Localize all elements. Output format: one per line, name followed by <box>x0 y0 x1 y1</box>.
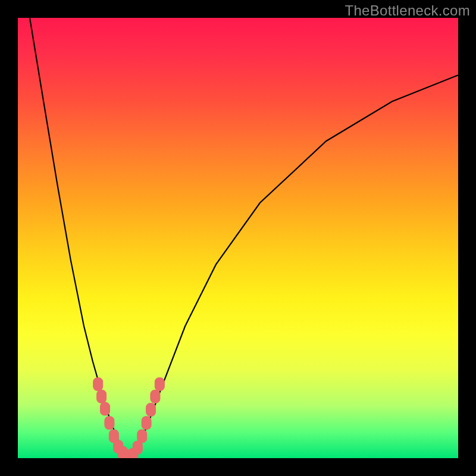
watermark-text: TheBottleneck.com <box>345 2 470 19</box>
chart-frame: TheBottleneck.com <box>0 0 476 476</box>
plot-area <box>18 18 458 458</box>
